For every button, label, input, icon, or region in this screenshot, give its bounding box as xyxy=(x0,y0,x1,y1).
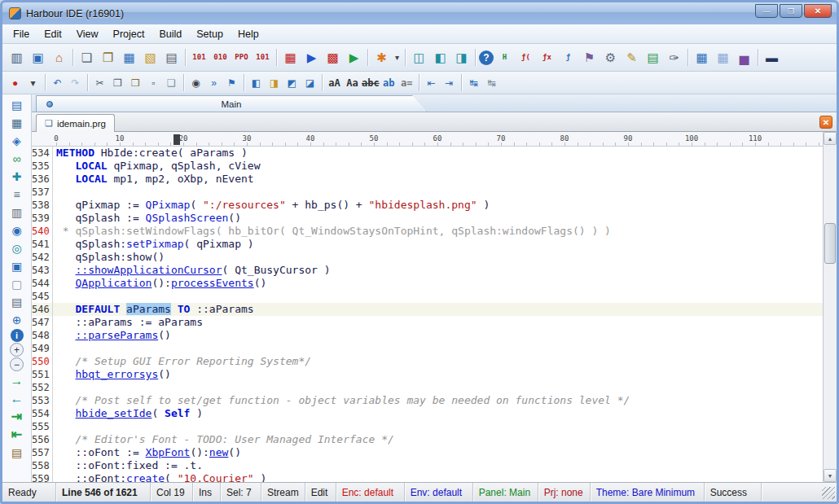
compile-ppo-icon[interactable]: 010 xyxy=(210,47,231,68)
undo-icon[interactable]: ↶ xyxy=(49,75,66,91)
print-icon[interactable]: ▤ xyxy=(161,47,182,68)
code-line-547[interactable]: 547 ::aParams := aParams xyxy=(32,316,823,329)
line-number[interactable]: 550 xyxy=(32,355,53,368)
link-icon[interactable]: ∞ xyxy=(7,150,28,167)
home-icon[interactable]: ⌂ xyxy=(49,47,69,68)
view-panel-icon[interactable]: ◧ xyxy=(430,47,450,68)
code-line-542[interactable]: 542 qSplash:show() xyxy=(32,251,823,264)
target-alt-icon[interactable]: ◎ xyxy=(7,239,28,256)
harbour-docs-icon[interactable]: H xyxy=(494,47,515,68)
case-upper-icon[interactable]: aA xyxy=(326,75,343,91)
line-number[interactable]: 542 xyxy=(32,251,53,264)
globe-icon[interactable]: ⊕ xyxy=(7,311,28,328)
compiler-env-icon[interactable]: ✱ xyxy=(371,47,392,68)
func-list-icon[interactable]: ƒ( xyxy=(516,47,536,68)
line-number[interactable]: 556 xyxy=(32,433,53,446)
line-number[interactable]: 539 xyxy=(32,212,53,225)
case-swap-icon[interactable]: ab xyxy=(380,75,398,91)
line-number[interactable]: 555 xyxy=(32,420,53,433)
copy-icon[interactable]: ❐ xyxy=(109,75,126,91)
title-bar[interactable]: Harbour IDE (r16901) — ❐ ✕ xyxy=(2,2,837,24)
line-number[interactable]: 554 xyxy=(32,407,53,420)
rebuild-icon[interactable]: ▩ xyxy=(323,47,343,68)
stats-icon[interactable]: ▅ xyxy=(734,47,754,68)
scroll-up-button[interactable]: ▲ xyxy=(824,132,837,145)
format-brush-icon[interactable]: ❑ xyxy=(163,75,180,91)
indent-right-icon[interactable]: ⇥ xyxy=(441,75,458,91)
line-number[interactable]: 540 xyxy=(32,225,53,238)
code-line-544[interactable]: 544 QApplication():processEvents() xyxy=(32,277,823,290)
todo-icon[interactable]: ▤ xyxy=(7,444,28,461)
menu-edit[interactable]: Edit xyxy=(37,26,69,42)
code-line-534[interactable]: 534METHOD HbIde:create( aParams ) xyxy=(32,147,823,160)
table-small-icon[interactable]: ▦ xyxy=(692,47,712,68)
code-line-541[interactable]: 541 qSplash:setPixmap( qPixmap ) xyxy=(32,238,823,251)
syntax-check-icon[interactable]: 101 xyxy=(253,47,273,68)
rows-icon[interactable]: ▤ xyxy=(7,293,28,310)
open-file-icon[interactable]: ❐ xyxy=(98,47,118,68)
menu-build[interactable]: Build xyxy=(152,26,189,42)
new-panel-icon[interactable]: ◫ xyxy=(409,47,429,68)
redo-icon[interactable]: ↷ xyxy=(67,75,84,91)
changelog-icon[interactable]: ▤ xyxy=(643,47,663,68)
vertical-scrollbar[interactable]: ▲ ▼ xyxy=(823,132,837,482)
editor-area-icon[interactable]: ▣ xyxy=(28,47,48,68)
bookmark-gold-icon[interactable]: ◨ xyxy=(266,75,283,91)
scrollbar-thumb[interactable] xyxy=(824,223,836,264)
save-file-icon[interactable]: ▦ xyxy=(119,47,139,68)
line-number[interactable]: 547 xyxy=(32,316,53,329)
block-select-icon[interactable]: ▫ xyxy=(145,75,162,91)
table-large-icon[interactable]: ▦ xyxy=(713,47,733,68)
line-number[interactable]: 549 xyxy=(32,342,53,355)
bookmark-blue3-icon[interactable]: ◪ xyxy=(301,75,318,91)
close-button[interactable]: ✕ xyxy=(804,4,832,18)
class-browser-icon[interactable]: ⚑ xyxy=(579,47,600,68)
code-line-546[interactable]: 546 DEFAULT aParams TO ::aParams xyxy=(32,303,823,316)
bookmark-blue-icon[interactable]: ◧ xyxy=(248,75,265,91)
menu-file[interactable]: File xyxy=(6,26,37,42)
mark-icon[interactable]: ⚑ xyxy=(223,75,240,91)
panel-icon[interactable]: ▣ xyxy=(7,257,28,274)
info-icon[interactable]: i xyxy=(11,329,24,342)
code-line-556[interactable]: 556 /* Editor's Font - TODO: User Manage… xyxy=(32,433,823,446)
code-line-553[interactable]: 553 /* Post self to set/get function - o… xyxy=(32,394,823,407)
code-line-554[interactable]: 554 hbide_setIde( Self ) xyxy=(32,407,823,420)
minimize-button[interactable]: — xyxy=(755,4,778,18)
prev-icon[interactable]: ← xyxy=(7,390,28,407)
menu-project[interactable]: Project xyxy=(106,26,152,42)
line-number[interactable]: 544 xyxy=(32,277,53,290)
case-lower-icon[interactable]: Aa xyxy=(344,75,361,91)
scroll-down-button[interactable]: ▼ xyxy=(824,469,837,482)
app-icon[interactable] xyxy=(9,7,21,20)
macro-dropdown-icon[interactable]: ▾ xyxy=(24,75,42,91)
open-folder-icon[interactable]: ▧ xyxy=(140,47,160,68)
tab-to-space-icon[interactable]: ↹ xyxy=(465,75,482,91)
last-icon[interactable]: ⇥ xyxy=(7,408,28,425)
line-number[interactable]: 553 xyxy=(32,394,53,407)
tab-idemain-prg[interactable]: ❏ idemain.prg xyxy=(36,114,115,132)
tools-icon[interactable]: ⚙ xyxy=(600,47,621,68)
target-icon[interactable]: ◉ xyxy=(7,221,28,239)
blank-doc-icon[interactable]: ▢ xyxy=(7,275,28,292)
code-line-539[interactable]: 539 qSplash := QSplashScreen() xyxy=(32,212,823,225)
preprocess-icon[interactable]: PPO xyxy=(231,47,252,68)
code-line-538[interactable]: 538 qPixmap := QPixmap( ":/resources" + … xyxy=(32,199,823,212)
zoom-out-icon[interactable]: − xyxy=(10,357,24,371)
line-number[interactable]: 537 xyxy=(32,186,53,199)
line-number[interactable]: 538 xyxy=(32,199,53,212)
maximize-button[interactable]: ❐ xyxy=(780,4,802,18)
attach-icon[interactable]: ✑ xyxy=(664,47,684,68)
next-icon[interactable]: → xyxy=(7,372,28,389)
rebuild-launch-icon[interactable]: ▶ xyxy=(344,47,364,68)
zoom-in-icon[interactable]: + xyxy=(10,343,24,357)
build-launch-icon[interactable]: ▶ xyxy=(301,47,322,68)
find-icon[interactable]: ◉ xyxy=(187,75,204,91)
dedupe-icon[interactable]: a= xyxy=(398,75,415,91)
save-layout-icon[interactable]: ◈ xyxy=(7,132,28,149)
line-number[interactable]: 552 xyxy=(32,381,53,394)
code-line-535[interactable]: 535 LOCAL qPixmap, qSplash, cView xyxy=(32,160,823,173)
env-dropdown-icon[interactable]: ▾ xyxy=(393,47,402,68)
code-line-545[interactable]: 545 xyxy=(32,290,823,303)
menu-setup[interactable]: Setup xyxy=(189,26,231,42)
code-line-555[interactable]: 555 xyxy=(32,420,823,433)
